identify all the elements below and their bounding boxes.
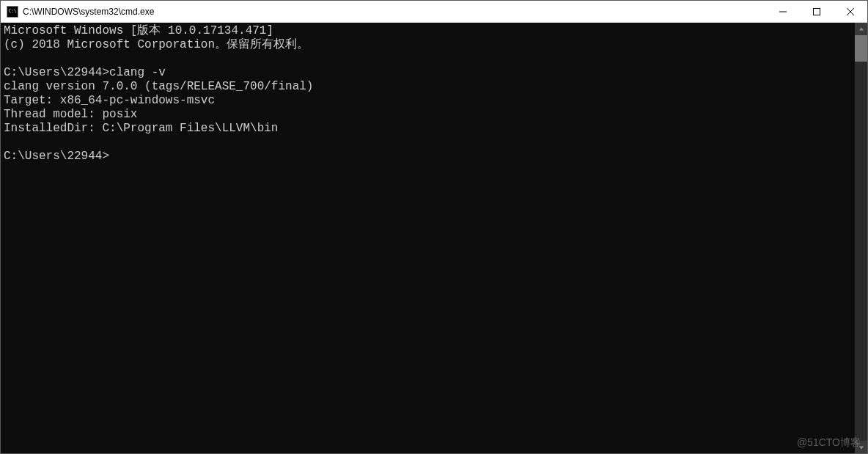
chevron-up-icon: [858, 26, 864, 32]
svg-rect-1: [814, 8, 820, 15]
window-controls: [766, 1, 867, 22]
close-icon: [847, 8, 854, 15]
minimize-icon: [779, 8, 787, 15]
scrollbar-thumb[interactable]: [855, 35, 867, 62]
scrollbar-track[interactable]: [855, 35, 867, 441]
titlebar: C:\ C:\WINDOWS\system32\cmd.exe: [1, 1, 867, 23]
cmd-icon: C:\: [7, 6, 18, 18]
cmd-icon-text: C:\: [8, 9, 16, 14]
maximize-icon: [813, 8, 820, 15]
minimize-button[interactable]: [766, 1, 800, 22]
cmd-window: C:\ C:\WINDOWS\system32\cmd.exe Microsof…: [0, 0, 868, 454]
terminal-container: Microsoft Windows [版本 10.0.17134.471] (c…: [1, 23, 867, 453]
scroll-up-button[interactable]: [855, 23, 867, 35]
vertical-scrollbar[interactable]: [855, 23, 867, 453]
terminal-output[interactable]: Microsoft Windows [版本 10.0.17134.471] (c…: [1, 23, 855, 453]
window-title: C:\WINDOWS\system32\cmd.exe: [23, 7, 766, 17]
close-button[interactable]: [834, 1, 867, 22]
chevron-down-icon: [858, 444, 864, 450]
maximize-button[interactable]: [800, 1, 834, 22]
scroll-down-button[interactable]: [855, 441, 867, 453]
